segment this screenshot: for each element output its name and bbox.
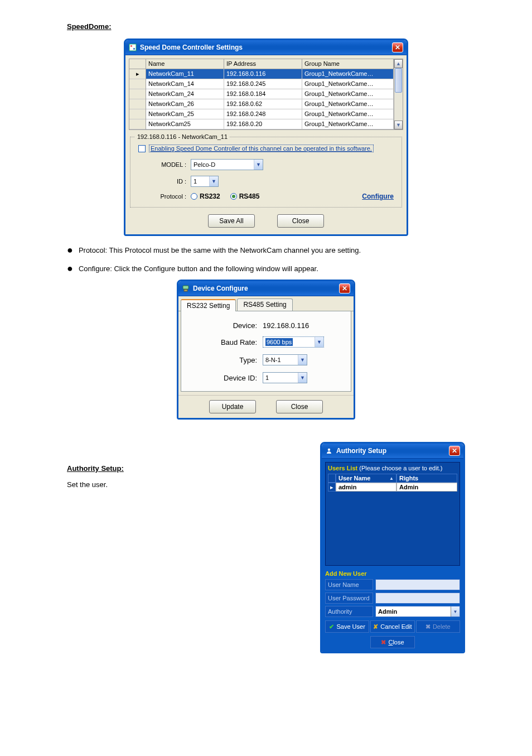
protocol-label: Protocol : — [138, 193, 186, 200]
protocol-rs485-radio[interactable]: RS485 — [230, 192, 260, 200]
svg-rect-4 — [184, 290, 187, 291]
speed-dome-window-title: Speed Dome Controller Settings — [140, 44, 243, 51]
save-user-button[interactable]: ✔ Save User — [325, 620, 369, 633]
baud-rate-select[interactable]: 9600 bps ▼ — [263, 336, 324, 348]
model-select[interactable]: Pelco-D ▼ — [191, 159, 263, 170]
id-select[interactable]: 1 ▼ — [191, 176, 219, 187]
chevron-down-icon: ▼ — [298, 373, 307, 383]
baud-rate-label: Baud Rate: — [190, 338, 257, 346]
cancel-edit-button[interactable]: ✘ Cancel Edit — [370, 620, 414, 633]
table-row[interactable]: NetworkCam_14 192.168.0.245 Group1_Netwo… — [146, 79, 394, 89]
userpassword-label: User Password — [325, 593, 373, 604]
tab-rs485[interactable]: RS485 Setting — [237, 298, 292, 311]
close-label: Close — [388, 639, 404, 646]
authority-setup-intro: Set the user. — [67, 480, 315, 489]
svg-rect-1 — [130, 45, 132, 47]
speed-dome-window: Speed Dome Controller Settings ✕ ▸ Name — [124, 38, 408, 236]
device-configure-window: Device Configure ✕ RS232 Setting RS485 S… — [177, 280, 355, 420]
table-row[interactable]: ▸ admin Admin — [328, 483, 457, 492]
users-list-title: Users List — [328, 465, 357, 471]
close-icon[interactable]: ✕ — [449, 446, 460, 456]
authority-select[interactable]: Admin ▼ — [375, 606, 460, 617]
authority-setup-heading: Authority Setup: — [67, 464, 315, 473]
type-select[interactable]: 8-N-1 ▼ — [263, 354, 307, 365]
id-label: ID : — [138, 178, 186, 185]
authority-setup-window: Authority Setup ✕ Users List (Please cho… — [320, 442, 465, 653]
close-x-icon: ✖ — [381, 639, 386, 646]
cancel-icon: ✘ — [373, 623, 378, 630]
close-button[interactable]: Close — [277, 214, 324, 228]
type-label: Type: — [190, 356, 257, 364]
svg-point-5 — [328, 449, 330, 451]
speed-dome-heading: SpeedDome: — [67, 22, 465, 31]
tab-rs232[interactable]: RS232 Setting — [181, 299, 236, 311]
delete-icon: ✖ — [425, 623, 431, 630]
settings-icon — [129, 44, 137, 51]
device-icon — [182, 285, 190, 292]
close-icon[interactable]: ✕ — [392, 42, 403, 52]
camera-grid: ▸ Name IP Address Group Name NetworkCam_… — [129, 59, 403, 130]
update-button[interactable]: Update — [209, 400, 256, 413]
enable-checkbox-label[interactable]: Enabling Speed Dome Controller of this c… — [149, 145, 374, 152]
scroll-thumb[interactable] — [395, 68, 402, 93]
device-value: 192.168.0.116 — [263, 321, 309, 330]
device-label: Device: — [190, 321, 257, 330]
save-all-button[interactable]: Save All — [208, 214, 255, 228]
scrollbar[interactable]: ▲ ▼ — [394, 59, 403, 129]
row-marker: ▸ — [129, 69, 146, 79]
username-label: User Name — [325, 579, 373, 590]
bullet-icon: ● — [67, 246, 73, 254]
column-header-group[interactable]: Group Name — [302, 59, 394, 69]
bullet-icon: ● — [67, 264, 73, 272]
bullet-protocol: ● Protocol: This Protocol must be the sa… — [67, 246, 465, 254]
svg-rect-2 — [133, 48, 135, 50]
authority-setup-window-title: Authority Setup — [336, 447, 386, 455]
table-row[interactable]: NetworkCam25 192.168.0.20 Group1_Network… — [146, 119, 394, 129]
column-header-username[interactable]: User Name ▲ — [336, 474, 396, 483]
chevron-down-icon: ▼ — [298, 355, 307, 365]
column-header-name[interactable]: Name — [146, 59, 224, 69]
user-icon — [325, 447, 333, 455]
scroll-up-icon[interactable]: ▲ — [394, 59, 403, 68]
column-header-rights[interactable]: Rights — [396, 474, 457, 483]
device-id-select[interactable]: 1 ▼ — [263, 372, 307, 383]
speed-dome-titlebar: Speed Dome Controller Settings ✕ — [125, 40, 407, 55]
svg-rect-0 — [129, 44, 136, 51]
chevron-down-icon: ▼ — [209, 176, 218, 186]
table-row[interactable]: NetworkCam_11 192.168.0.116 Group1_Netwo… — [146, 69, 394, 79]
close-button[interactable]: ✖ Close — [370, 636, 415, 648]
svg-rect-3 — [183, 286, 188, 289]
table-row[interactable]: NetworkCam_24 192.168.0.184 Group1_Netwo… — [146, 89, 394, 99]
username-input[interactable] — [375, 579, 460, 590]
delete-button[interactable]: ✖ Delete — [416, 620, 460, 633]
users-list-hint: (Please choose a user to edit.) — [359, 465, 442, 471]
protocol-rs232-radio[interactable]: RS232 — [191, 192, 220, 200]
chevron-down-icon: ▼ — [451, 606, 460, 617]
fieldset-legend: 192.168.0.116 - NetworkCam_11 — [135, 133, 230, 140]
userpassword-input[interactable] — [375, 593, 460, 604]
channel-fieldset: 192.168.0.116 - NetworkCam_11 Enabling S… — [130, 133, 402, 208]
users-list: Users List (Please choose a user to edit… — [325, 462, 460, 566]
authority-setup-titlebar: Authority Setup ✕ — [322, 444, 463, 459]
table-row[interactable]: NetworkCam_26 192.168.0.62 Group1_Networ… — [146, 99, 394, 109]
add-new-user-title: Add New User — [325, 570, 460, 577]
enable-checkbox[interactable] — [138, 145, 146, 152]
close-button[interactable]: Close — [276, 400, 323, 413]
check-icon: ✔ — [329, 623, 334, 630]
column-header-ip[interactable]: IP Address — [224, 59, 302, 69]
scroll-down-icon[interactable]: ▼ — [394, 121, 403, 129]
configure-link[interactable]: Configure — [362, 192, 394, 200]
device-id-label: Device ID: — [190, 374, 257, 382]
authority-label: Authority — [325, 606, 373, 617]
chevron-down-icon: ▼ — [315, 337, 323, 347]
device-configure-titlebar: Device Configure ✕ — [178, 281, 354, 296]
device-configure-window-title: Device Configure — [193, 285, 248, 292]
sort-asc-icon: ▲ — [389, 476, 394, 481]
bullet-configure: ● Configure: Click the Configure button … — [67, 264, 465, 273]
close-icon[interactable]: ✕ — [339, 283, 350, 293]
table-row[interactable]: NetworkCam_25 192.168.0.248 Group1_Netwo… — [146, 109, 394, 119]
model-label: MODEL : — [138, 161, 186, 168]
row-marker: ▸ — [328, 483, 336, 492]
chevron-down-icon: ▼ — [254, 160, 263, 170]
